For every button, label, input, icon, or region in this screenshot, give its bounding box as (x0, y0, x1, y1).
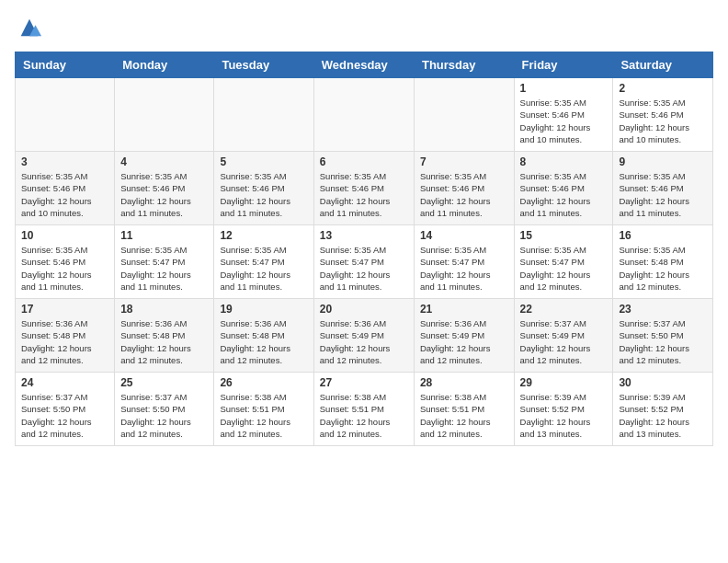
day-info: Sunrise: 5:36 AMSunset: 5:48 PMDaylight:… (21, 317, 108, 366)
day-number: 30 (619, 376, 707, 389)
day-info: Sunrise: 5:35 AMSunset: 5:47 PMDaylight:… (220, 244, 307, 293)
day-info: Sunrise: 5:35 AMSunset: 5:46 PMDaylight:… (520, 97, 608, 145)
day-number: 13 (320, 229, 408, 242)
day-info: Sunrise: 5:35 AMSunset: 5:47 PMDaylight:… (120, 244, 208, 293)
day-number: 22 (520, 303, 608, 316)
calendar-day-5: 5Sunrise: 5:35 AMSunset: 5:46 PMDaylight… (214, 152, 313, 225)
day-number: 8 (520, 155, 608, 168)
calendar-day-25: 25Sunrise: 5:37 AMSunset: 5:50 PMDayligh… (115, 373, 214, 446)
day-number: 3 (21, 155, 108, 168)
calendar-day-3: 3Sunrise: 5:35 AMSunset: 5:46 PMDaylight… (16, 152, 115, 225)
calendar-day-empty (115, 78, 214, 152)
day-info: Sunrise: 5:35 AMSunset: 5:46 PMDaylight:… (220, 170, 307, 219)
day-info: Sunrise: 5:38 AMSunset: 5:51 PMDaylight:… (320, 391, 408, 440)
calendar-day-18: 18Sunrise: 5:36 AMSunset: 5:48 PMDayligh… (115, 299, 214, 373)
day-info: Sunrise: 5:35 AMSunset: 5:46 PMDaylight:… (619, 170, 707, 219)
calendar-day-empty (313, 78, 414, 152)
weekday-header-wednesday: Wednesday (313, 52, 414, 78)
day-info: Sunrise: 5:35 AMSunset: 5:47 PMDaylight:… (420, 244, 508, 293)
calendar-day-17: 17Sunrise: 5:36 AMSunset: 5:48 PMDayligh… (16, 299, 115, 373)
weekday-header-row: SundayMondayTuesdayWednesdayThursdayFrid… (16, 52, 713, 78)
calendar-day-13: 13Sunrise: 5:35 AMSunset: 5:47 PMDayligh… (313, 225, 414, 299)
calendar-day-6: 6Sunrise: 5:35 AMSunset: 5:46 PMDaylight… (313, 152, 414, 225)
calendar-day-16: 16Sunrise: 5:35 AMSunset: 5:48 PMDayligh… (613, 225, 713, 299)
day-number: 17 (21, 303, 108, 316)
day-info: Sunrise: 5:35 AMSunset: 5:46 PMDaylight:… (420, 170, 508, 219)
weekday-header-sunday: Sunday (16, 52, 115, 78)
calendar-day-20: 20Sunrise: 5:36 AMSunset: 5:49 PMDayligh… (313, 299, 414, 373)
day-number: 24 (21, 376, 108, 389)
day-number: 1 (520, 82, 608, 95)
day-number: 26 (220, 376, 307, 389)
day-info: Sunrise: 5:36 AMSunset: 5:48 PMDaylight:… (120, 317, 208, 366)
calendar-day-4: 4Sunrise: 5:35 AMSunset: 5:46 PMDaylight… (115, 152, 214, 225)
calendar-table: SundayMondayTuesdayWednesdayThursdayFrid… (15, 52, 713, 446)
calendar-day-19: 19Sunrise: 5:36 AMSunset: 5:48 PMDayligh… (214, 299, 313, 373)
day-info: Sunrise: 5:37 AMSunset: 5:49 PMDaylight:… (520, 317, 608, 366)
day-number: 23 (619, 303, 707, 316)
calendar-day-2: 2Sunrise: 5:35 AMSunset: 5:46 PMDaylight… (613, 78, 713, 152)
day-info: Sunrise: 5:35 AMSunset: 5:46 PMDaylight:… (120, 170, 208, 219)
calendar-day-empty (16, 78, 115, 152)
calendar-day-22: 22Sunrise: 5:37 AMSunset: 5:49 PMDayligh… (514, 299, 613, 373)
day-info: Sunrise: 5:39 AMSunset: 5:52 PMDaylight:… (520, 391, 608, 440)
day-info: Sunrise: 5:36 AMSunset: 5:49 PMDaylight:… (420, 317, 508, 366)
calendar-week-row: 3Sunrise: 5:35 AMSunset: 5:46 PMDaylight… (16, 152, 713, 225)
day-info: Sunrise: 5:37 AMSunset: 5:50 PMDaylight:… (619, 317, 707, 366)
calendar-day-28: 28Sunrise: 5:38 AMSunset: 5:51 PMDayligh… (414, 373, 514, 446)
calendar-week-row: 17Sunrise: 5:36 AMSunset: 5:48 PMDayligh… (16, 299, 713, 373)
day-number: 4 (120, 155, 208, 168)
calendar-day-27: 27Sunrise: 5:38 AMSunset: 5:51 PMDayligh… (313, 373, 414, 446)
day-number: 15 (520, 229, 608, 242)
calendar-day-26: 26Sunrise: 5:38 AMSunset: 5:51 PMDayligh… (214, 373, 313, 446)
calendar-day-11: 11Sunrise: 5:35 AMSunset: 5:47 PMDayligh… (115, 225, 214, 299)
day-info: Sunrise: 5:37 AMSunset: 5:50 PMDaylight:… (21, 391, 108, 440)
day-info: Sunrise: 5:36 AMSunset: 5:49 PMDaylight:… (320, 317, 408, 366)
page-header (15, 15, 713, 40)
weekday-header-monday: Monday (115, 52, 214, 78)
day-number: 27 (320, 376, 408, 389)
weekday-header-friday: Friday (514, 52, 613, 78)
day-number: 7 (420, 155, 508, 168)
day-info: Sunrise: 5:38 AMSunset: 5:51 PMDaylight:… (220, 391, 307, 440)
day-number: 12 (220, 229, 307, 242)
day-number: 11 (120, 229, 208, 242)
calendar-day-7: 7Sunrise: 5:35 AMSunset: 5:46 PMDaylight… (414, 152, 514, 225)
day-number: 5 (220, 155, 307, 168)
weekday-header-saturday: Saturday (613, 52, 713, 78)
calendar-day-9: 9Sunrise: 5:35 AMSunset: 5:46 PMDaylight… (613, 152, 713, 225)
day-info: Sunrise: 5:38 AMSunset: 5:51 PMDaylight:… (420, 391, 508, 440)
day-number: 19 (220, 303, 307, 316)
calendar-week-row: 10Sunrise: 5:35 AMSunset: 5:46 PMDayligh… (16, 225, 713, 299)
day-number: 21 (420, 303, 508, 316)
calendar-day-12: 12Sunrise: 5:35 AMSunset: 5:47 PMDayligh… (214, 225, 313, 299)
calendar-day-1: 1Sunrise: 5:35 AMSunset: 5:46 PMDaylight… (514, 78, 613, 152)
day-info: Sunrise: 5:35 AMSunset: 5:46 PMDaylight:… (21, 170, 108, 219)
calendar-day-15: 15Sunrise: 5:35 AMSunset: 5:47 PMDayligh… (514, 225, 613, 299)
day-info: Sunrise: 5:35 AMSunset: 5:46 PMDaylight:… (21, 244, 108, 293)
weekday-header-thursday: Thursday (414, 52, 514, 78)
day-info: Sunrise: 5:35 AMSunset: 5:46 PMDaylight:… (520, 170, 608, 219)
day-info: Sunrise: 5:35 AMSunset: 5:47 PMDaylight:… (520, 244, 608, 293)
day-number: 25 (120, 376, 208, 389)
day-number: 29 (520, 376, 608, 389)
calendar-day-10: 10Sunrise: 5:35 AMSunset: 5:46 PMDayligh… (16, 225, 115, 299)
day-number: 20 (320, 303, 408, 316)
calendar-week-row: 24Sunrise: 5:37 AMSunset: 5:50 PMDayligh… (16, 373, 713, 446)
day-info: Sunrise: 5:37 AMSunset: 5:50 PMDaylight:… (120, 391, 208, 440)
calendar-day-21: 21Sunrise: 5:36 AMSunset: 5:49 PMDayligh… (414, 299, 514, 373)
day-number: 14 (420, 229, 508, 242)
day-number: 16 (619, 229, 707, 242)
day-info: Sunrise: 5:35 AMSunset: 5:48 PMDaylight:… (619, 244, 707, 293)
day-info: Sunrise: 5:35 AMSunset: 5:47 PMDaylight:… (320, 244, 408, 293)
day-number: 9 (619, 155, 707, 168)
day-number: 10 (21, 229, 108, 242)
day-number: 2 (619, 82, 707, 95)
day-info: Sunrise: 5:35 AMSunset: 5:46 PMDaylight:… (619, 97, 707, 145)
calendar-day-29: 29Sunrise: 5:39 AMSunset: 5:52 PMDayligh… (514, 373, 613, 446)
logo-icon (17, 15, 42, 40)
calendar-day-14: 14Sunrise: 5:35 AMSunset: 5:47 PMDayligh… (414, 225, 514, 299)
day-info: Sunrise: 5:35 AMSunset: 5:46 PMDaylight:… (320, 170, 408, 219)
logo (15, 15, 42, 40)
calendar-day-empty (414, 78, 514, 152)
